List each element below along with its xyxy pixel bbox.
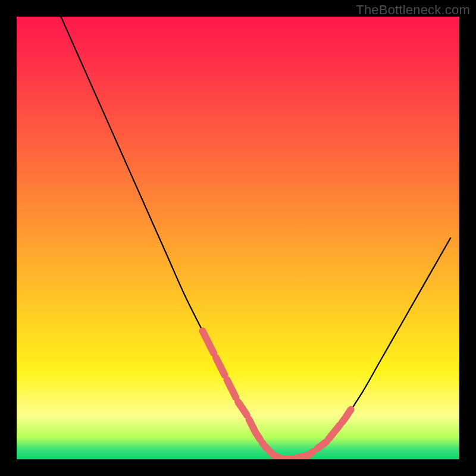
highlight-segment bbox=[318, 441, 327, 448]
plot-area bbox=[17, 17, 459, 459]
highlight-segment bbox=[278, 457, 296, 459]
watermark-text: TheBottleneck.com bbox=[356, 2, 470, 18]
chart-frame: TheBottleneck.com bbox=[0, 0, 476, 476]
highlight-segment bbox=[329, 425, 340, 439]
highlight-segment bbox=[238, 402, 247, 415]
highlight-segment bbox=[202, 331, 214, 353]
highlight-segment bbox=[249, 419, 261, 439]
bottleneck-curve bbox=[61, 17, 450, 459]
highlight-segment bbox=[298, 452, 313, 458]
highlight-segment bbox=[216, 358, 225, 375]
highlight-segment bbox=[342, 409, 351, 422]
curve-svg bbox=[17, 17, 459, 459]
highlight-segment bbox=[227, 380, 236, 397]
highlight-segments bbox=[202, 331, 350, 459]
